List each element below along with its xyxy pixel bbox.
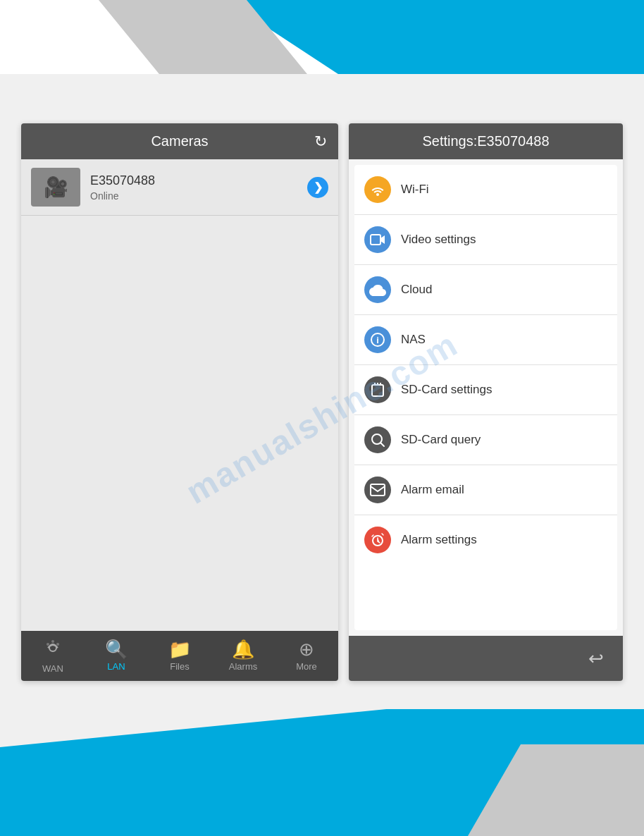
- cameras-panel: Cameras ↻ 🎥 E35070488 Online ❯: [21, 123, 338, 681]
- settings-item-cloud[interactable]: Cloud: [354, 265, 617, 315]
- cameras-body: [21, 216, 338, 631]
- nav-item-alarms[interactable]: 🔔 Alarms: [218, 640, 268, 672]
- camera-status: Online: [90, 190, 307, 202]
- svg-point-3: [51, 640, 54, 643]
- sdcard-query-icon: [364, 426, 391, 453]
- main-content: Cameras ↻ 🎥 E35070488 Online ❯: [0, 109, 644, 695]
- top-blue-shape: [0, 0, 644, 85]
- alarm-email-label: Alarm email: [401, 483, 464, 497]
- camera-info: E35070488 Online: [90, 173, 307, 202]
- lan-icon: 🔍: [105, 640, 128, 658]
- nav-item-lan[interactable]: 🔍 LAN: [92, 640, 141, 672]
- cloud-icon: [364, 276, 391, 303]
- wifi-icon: [364, 176, 391, 203]
- camera-arrow-button[interactable]: ❯: [307, 177, 328, 198]
- camera-thumbnail: 🎥: [31, 168, 80, 207]
- top-decoration: [0, 0, 644, 109]
- camera-name: E35070488: [90, 173, 307, 188]
- settings-header: Settings:E35070488: [349, 123, 623, 159]
- files-icon: 📁: [168, 640, 191, 658]
- settings-item-sdcard[interactable]: SD-Card settings: [354, 365, 617, 415]
- settings-item-sdquery[interactable]: SD-Card query: [354, 415, 617, 465]
- settings-bottom-bar: ↩: [349, 636, 623, 681]
- svg-text:i: i: [376, 335, 379, 345]
- nav-label-files: Files: [170, 661, 189, 672]
- alarm-email-icon: [364, 477, 391, 503]
- nas-icon: i: [364, 326, 391, 353]
- svg-rect-4: [371, 235, 380, 245]
- sdcard-settings-icon: [364, 376, 391, 403]
- settings-panel: Settings:E35070488 Wi-Fi Video: [349, 123, 623, 681]
- camera-icon: 🎥: [44, 176, 68, 199]
- sdcard-settings-label: SD-Card settings: [401, 383, 492, 397]
- settings-item-nas[interactable]: i NAS: [354, 315, 617, 365]
- refresh-button[interactable]: ↻: [314, 133, 327, 151]
- back-button[interactable]: ↩: [581, 643, 612, 674]
- video-settings-label: Video settings: [401, 233, 476, 247]
- wifi-label: Wi-Fi: [401, 183, 429, 197]
- svg-rect-7: [372, 385, 383, 396]
- nav-label-wan: WAN: [42, 663, 63, 674]
- svg-rect-9: [371, 484, 385, 496]
- cloud-label: Cloud: [401, 283, 432, 297]
- wan-icon: [43, 638, 63, 660]
- nav-item-files[interactable]: 📁 Files: [155, 640, 204, 672]
- settings-item-alarm[interactable]: Alarm settings: [354, 515, 617, 565]
- more-icon: ⊕: [299, 640, 314, 658]
- nav-label-alarms: Alarms: [229, 661, 257, 672]
- settings-item-wifi[interactable]: Wi-Fi: [354, 165, 617, 215]
- cameras-title: Cameras: [151, 133, 208, 149]
- alarms-icon: 🔔: [232, 640, 254, 658]
- bottom-decoration: [0, 695, 644, 836]
- cameras-header: Cameras ↻: [21, 123, 338, 159]
- top-white-trim: [0, 74, 644, 109]
- nas-label: NAS: [401, 333, 426, 347]
- video-settings-icon: [364, 226, 391, 253]
- svg-point-1: [47, 643, 49, 646]
- alarm-settings-icon: [364, 527, 391, 553]
- sdcard-query-label: SD-Card query: [401, 433, 481, 447]
- settings-item-email[interactable]: Alarm email: [354, 465, 617, 515]
- camera-list-item[interactable]: 🎥 E35070488 Online ❯: [21, 159, 338, 216]
- settings-item-video[interactable]: Video settings: [354, 215, 617, 265]
- settings-title: Settings:E35070488: [422, 133, 549, 149]
- alarm-settings-label: Alarm settings: [401, 533, 477, 547]
- bottom-nav: WAN 🔍 LAN 📁 Files 🔔 Alarms ⊕ More: [21, 631, 338, 681]
- settings-list: Wi-Fi Video settings Cloud: [354, 165, 617, 630]
- nav-label-lan: LAN: [107, 661, 125, 672]
- nav-label-more: More: [296, 661, 317, 672]
- svg-point-2: [56, 643, 59, 646]
- nav-item-more[interactable]: ⊕ More: [282, 640, 331, 672]
- nav-item-wan[interactable]: WAN: [28, 638, 78, 674]
